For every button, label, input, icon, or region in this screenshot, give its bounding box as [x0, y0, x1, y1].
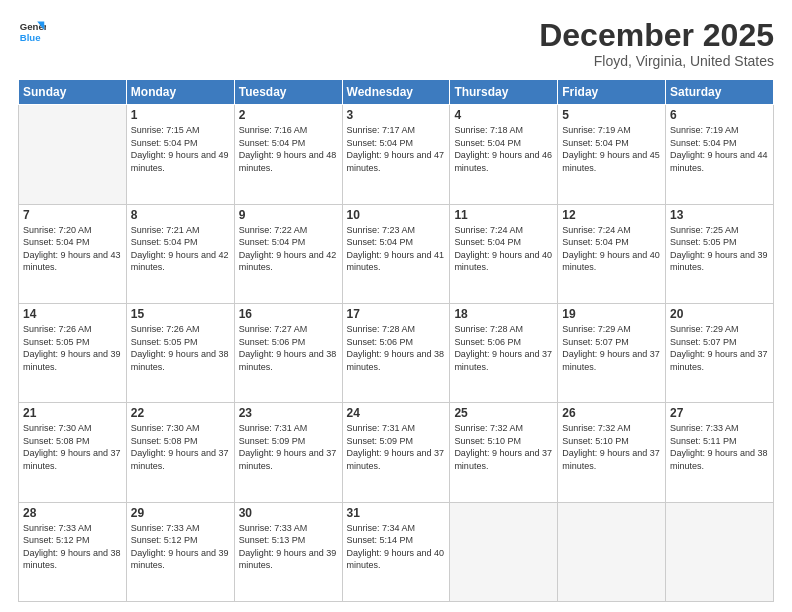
day-number: 10	[347, 208, 446, 222]
calendar-cell: 8Sunrise: 7:21 AMSunset: 5:04 PMDaylight…	[126, 204, 234, 303]
calendar-cell	[558, 502, 666, 601]
day-number: 26	[562, 406, 661, 420]
calendar-cell: 31Sunrise: 7:34 AMSunset: 5:14 PMDayligh…	[342, 502, 450, 601]
day-info: Sunrise: 7:21 AMSunset: 5:04 PMDaylight:…	[131, 224, 230, 274]
day-number: 20	[670, 307, 769, 321]
day-info: Sunrise: 7:17 AMSunset: 5:04 PMDaylight:…	[347, 124, 446, 174]
calendar-cell: 6Sunrise: 7:19 AMSunset: 5:04 PMDaylight…	[666, 105, 774, 204]
week-row-4: 21Sunrise: 7:30 AMSunset: 5:08 PMDayligh…	[19, 403, 774, 502]
weekday-header-wednesday: Wednesday	[342, 80, 450, 105]
calendar-cell: 7Sunrise: 7:20 AMSunset: 5:04 PMDaylight…	[19, 204, 127, 303]
calendar-cell: 9Sunrise: 7:22 AMSunset: 5:04 PMDaylight…	[234, 204, 342, 303]
day-info: Sunrise: 7:22 AMSunset: 5:04 PMDaylight:…	[239, 224, 338, 274]
day-info: Sunrise: 7:33 AMSunset: 5:12 PMDaylight:…	[131, 522, 230, 572]
day-info: Sunrise: 7:26 AMSunset: 5:05 PMDaylight:…	[131, 323, 230, 373]
day-number: 14	[23, 307, 122, 321]
week-row-2: 7Sunrise: 7:20 AMSunset: 5:04 PMDaylight…	[19, 204, 774, 303]
day-info: Sunrise: 7:28 AMSunset: 5:06 PMDaylight:…	[347, 323, 446, 373]
calendar-cell: 18Sunrise: 7:28 AMSunset: 5:06 PMDayligh…	[450, 303, 558, 402]
day-number: 1	[131, 108, 230, 122]
month-title: December 2025	[539, 18, 774, 53]
calendar-cell: 22Sunrise: 7:30 AMSunset: 5:08 PMDayligh…	[126, 403, 234, 502]
calendar-cell: 5Sunrise: 7:19 AMSunset: 5:04 PMDaylight…	[558, 105, 666, 204]
calendar-cell: 14Sunrise: 7:26 AMSunset: 5:05 PMDayligh…	[19, 303, 127, 402]
weekday-header-row: SundayMondayTuesdayWednesdayThursdayFrid…	[19, 80, 774, 105]
day-number: 30	[239, 506, 338, 520]
day-info: Sunrise: 7:31 AMSunset: 5:09 PMDaylight:…	[239, 422, 338, 472]
calendar-cell: 20Sunrise: 7:29 AMSunset: 5:07 PMDayligh…	[666, 303, 774, 402]
calendar-cell: 28Sunrise: 7:33 AMSunset: 5:12 PMDayligh…	[19, 502, 127, 601]
day-info: Sunrise: 7:30 AMSunset: 5:08 PMDaylight:…	[23, 422, 122, 472]
calendar-cell: 26Sunrise: 7:32 AMSunset: 5:10 PMDayligh…	[558, 403, 666, 502]
day-number: 27	[670, 406, 769, 420]
day-info: Sunrise: 7:18 AMSunset: 5:04 PMDaylight:…	[454, 124, 553, 174]
day-info: Sunrise: 7:19 AMSunset: 5:04 PMDaylight:…	[562, 124, 661, 174]
day-info: Sunrise: 7:28 AMSunset: 5:06 PMDaylight:…	[454, 323, 553, 373]
svg-text:Blue: Blue	[20, 32, 41, 43]
day-info: Sunrise: 7:29 AMSunset: 5:07 PMDaylight:…	[670, 323, 769, 373]
day-info: Sunrise: 7:33 AMSunset: 5:13 PMDaylight:…	[239, 522, 338, 572]
calendar-cell: 19Sunrise: 7:29 AMSunset: 5:07 PMDayligh…	[558, 303, 666, 402]
calendar-table: SundayMondayTuesdayWednesdayThursdayFrid…	[18, 79, 774, 602]
calendar-cell: 11Sunrise: 7:24 AMSunset: 5:04 PMDayligh…	[450, 204, 558, 303]
day-number: 19	[562, 307, 661, 321]
day-info: Sunrise: 7:20 AMSunset: 5:04 PMDaylight:…	[23, 224, 122, 274]
calendar-cell: 15Sunrise: 7:26 AMSunset: 5:05 PMDayligh…	[126, 303, 234, 402]
calendar-cell: 17Sunrise: 7:28 AMSunset: 5:06 PMDayligh…	[342, 303, 450, 402]
day-info: Sunrise: 7:34 AMSunset: 5:14 PMDaylight:…	[347, 522, 446, 572]
calendar-cell: 25Sunrise: 7:32 AMSunset: 5:10 PMDayligh…	[450, 403, 558, 502]
day-info: Sunrise: 7:25 AMSunset: 5:05 PMDaylight:…	[670, 224, 769, 274]
calendar-cell: 30Sunrise: 7:33 AMSunset: 5:13 PMDayligh…	[234, 502, 342, 601]
day-info: Sunrise: 7:32 AMSunset: 5:10 PMDaylight:…	[454, 422, 553, 472]
day-number: 23	[239, 406, 338, 420]
day-number: 24	[347, 406, 446, 420]
day-number: 9	[239, 208, 338, 222]
day-info: Sunrise: 7:29 AMSunset: 5:07 PMDaylight:…	[562, 323, 661, 373]
day-info: Sunrise: 7:15 AMSunset: 5:04 PMDaylight:…	[131, 124, 230, 174]
day-number: 8	[131, 208, 230, 222]
day-info: Sunrise: 7:19 AMSunset: 5:04 PMDaylight:…	[670, 124, 769, 174]
day-info: Sunrise: 7:33 AMSunset: 5:12 PMDaylight:…	[23, 522, 122, 572]
header: General Blue December 2025 Floyd, Virgin…	[18, 18, 774, 69]
week-row-5: 28Sunrise: 7:33 AMSunset: 5:12 PMDayligh…	[19, 502, 774, 601]
weekday-header-saturday: Saturday	[666, 80, 774, 105]
day-number: 28	[23, 506, 122, 520]
day-info: Sunrise: 7:27 AMSunset: 5:06 PMDaylight:…	[239, 323, 338, 373]
day-number: 2	[239, 108, 338, 122]
calendar-cell: 23Sunrise: 7:31 AMSunset: 5:09 PMDayligh…	[234, 403, 342, 502]
day-number: 12	[562, 208, 661, 222]
weekday-header-monday: Monday	[126, 80, 234, 105]
calendar-cell: 4Sunrise: 7:18 AMSunset: 5:04 PMDaylight…	[450, 105, 558, 204]
day-number: 18	[454, 307, 553, 321]
day-number: 21	[23, 406, 122, 420]
day-info: Sunrise: 7:30 AMSunset: 5:08 PMDaylight:…	[131, 422, 230, 472]
calendar-cell	[666, 502, 774, 601]
day-number: 31	[347, 506, 446, 520]
day-info: Sunrise: 7:33 AMSunset: 5:11 PMDaylight:…	[670, 422, 769, 472]
day-info: Sunrise: 7:31 AMSunset: 5:09 PMDaylight:…	[347, 422, 446, 472]
day-number: 25	[454, 406, 553, 420]
calendar-cell: 16Sunrise: 7:27 AMSunset: 5:06 PMDayligh…	[234, 303, 342, 402]
calendar-cell: 29Sunrise: 7:33 AMSunset: 5:12 PMDayligh…	[126, 502, 234, 601]
day-info: Sunrise: 7:23 AMSunset: 5:04 PMDaylight:…	[347, 224, 446, 274]
logo-icon: General Blue	[18, 18, 46, 46]
day-info: Sunrise: 7:24 AMSunset: 5:04 PMDaylight:…	[562, 224, 661, 274]
day-number: 17	[347, 307, 446, 321]
day-number: 22	[131, 406, 230, 420]
title-area: December 2025 Floyd, Virginia, United St…	[539, 18, 774, 69]
week-row-1: 1Sunrise: 7:15 AMSunset: 5:04 PMDaylight…	[19, 105, 774, 204]
page: General Blue December 2025 Floyd, Virgin…	[0, 0, 792, 612]
day-info: Sunrise: 7:32 AMSunset: 5:10 PMDaylight:…	[562, 422, 661, 472]
day-info: Sunrise: 7:16 AMSunset: 5:04 PMDaylight:…	[239, 124, 338, 174]
weekday-header-friday: Friday	[558, 80, 666, 105]
week-row-3: 14Sunrise: 7:26 AMSunset: 5:05 PMDayligh…	[19, 303, 774, 402]
calendar-cell: 27Sunrise: 7:33 AMSunset: 5:11 PMDayligh…	[666, 403, 774, 502]
day-number: 4	[454, 108, 553, 122]
logo: General Blue	[18, 18, 46, 46]
day-number: 6	[670, 108, 769, 122]
weekday-header-thursday: Thursday	[450, 80, 558, 105]
day-number: 13	[670, 208, 769, 222]
calendar-cell: 13Sunrise: 7:25 AMSunset: 5:05 PMDayligh…	[666, 204, 774, 303]
day-number: 11	[454, 208, 553, 222]
calendar-cell: 1Sunrise: 7:15 AMSunset: 5:04 PMDaylight…	[126, 105, 234, 204]
